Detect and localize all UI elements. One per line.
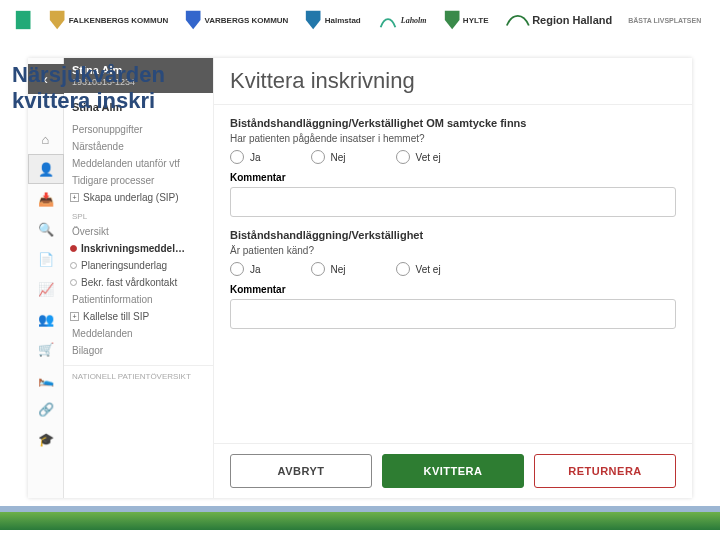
nav-npo[interactable]: NATIONELL PATIENTÖVERSIKT: [64, 365, 213, 383]
footer-decoration-green: [0, 512, 720, 530]
logo-falkenberg: FALKENBERGS KOMMUN: [42, 5, 174, 35]
nav-oversikt[interactable]: Översikt: [64, 223, 213, 240]
bed-icon[interactable]: 🛌: [28, 364, 64, 394]
icon-rail: ‹ ⌂ 👤 📥 🔍 📄 📈 👥 🛒 🛌 🔗 🎓: [28, 58, 64, 498]
logo-bar: FALKENBERGS KOMMUN VARBERGS KOMMUN Halms…: [0, 0, 720, 40]
confirm-button[interactable]: KVITTERA: [382, 454, 524, 488]
cart-icon[interactable]: 🛒: [28, 334, 64, 364]
nav-planering[interactable]: Planeringsunderlag: [64, 257, 213, 274]
chart-icon[interactable]: 📈: [28, 274, 64, 304]
logo-varberg: VARBERGS KOMMUN: [178, 5, 294, 35]
nav-patientinfo[interactable]: Patientinformation: [64, 291, 213, 308]
link-icon[interactable]: 🔗: [28, 394, 64, 424]
modal: Kvittera inskrivning Biståndshandläggnin…: [214, 58, 692, 498]
q1-no[interactable]: Nej: [311, 150, 346, 164]
logo-halmstad: Halmstad: [298, 5, 366, 35]
logo-livsplatsen: BÄSTA LIVSPLATSEN: [622, 5, 707, 35]
app-shell: ‹ ⌂ 👤 📥 🔍 📄 📈 👥 🛒 🛌 🔗 🎓 Stina Alm 193105…: [28, 58, 692, 498]
q1-yes[interactable]: Ja: [230, 150, 261, 164]
cancel-button[interactable]: AVBRYT: [230, 454, 372, 488]
label-spl: SPL: [64, 206, 213, 223]
grad-icon[interactable]: 🎓: [28, 424, 64, 454]
nav-narstaende[interactable]: Närstående: [64, 138, 213, 155]
search-icon[interactable]: 🔍: [28, 214, 64, 244]
nav-bilagor[interactable]: Bilagor: [64, 342, 213, 359]
q2-comment-input[interactable]: [230, 299, 676, 329]
footer-decoration-blue: [0, 506, 720, 512]
nav-meddelanden-utanfor[interactable]: Meddelanden utanför vtf: [64, 155, 213, 172]
q2-sub: Är patienten känd?: [230, 245, 676, 256]
q2-dk[interactable]: Vet ej: [396, 262, 441, 276]
q1-title: Biståndshandläggning/Verkställighet OM s…: [230, 117, 676, 129]
logo-region-halland: Region Halland: [499, 5, 619, 35]
person-icon[interactable]: 👤: [28, 154, 64, 184]
modal-form: Biståndshandläggning/Verkställighet OM s…: [214, 105, 692, 443]
nav-personuppgifter[interactable]: Personuppgifter: [64, 121, 213, 138]
nav-bekr[interactable]: Bekr. fast vårdkontakt: [64, 274, 213, 291]
people-icon[interactable]: 👥: [28, 304, 64, 334]
svg-rect-0: [16, 11, 31, 29]
inbox-icon[interactable]: 📥: [28, 184, 64, 214]
nav-meddelanden[interactable]: Meddelanden: [64, 325, 213, 342]
slide-title: Närsjukvården kvittera inskri: [12, 62, 165, 114]
logo-hylte: HYLTE: [437, 5, 495, 35]
q1-comment-label: Kommentar: [230, 172, 676, 183]
home-icon[interactable]: ⌂: [28, 124, 64, 154]
side-panel: Stina Alm 19310513-1234 Stina Alm Person…: [64, 58, 214, 498]
q1-comment-input[interactable]: [230, 187, 676, 217]
q2-title: Biståndshandläggning/Verkställighet: [230, 229, 676, 241]
modal-actions: AVBRYT KVITTERA RETURNERA: [214, 443, 692, 498]
q2-comment-label: Kommentar: [230, 284, 676, 295]
q1-dk[interactable]: Vet ej: [396, 150, 441, 164]
return-button[interactable]: RETURNERA: [534, 454, 676, 488]
nav-inskrivning[interactable]: Inskrivningsmeddel…: [64, 240, 213, 257]
q1-sub: Har patienten pågående insatser i hemmet…: [230, 133, 676, 144]
nav-tidigare[interactable]: Tidigare processer: [64, 172, 213, 189]
logo-laholm: Laholm: [371, 5, 433, 35]
logo-kungsbacka: [8, 5, 38, 35]
nav-kallelse[interactable]: +Kallelse till SIP: [64, 308, 213, 325]
modal-title: Kvittera inskrivning: [214, 58, 692, 105]
nav-skapa-underlag[interactable]: +Skapa underlag (SIP): [64, 189, 213, 206]
document-icon[interactable]: 📄: [28, 244, 64, 274]
q2-yes[interactable]: Ja: [230, 262, 261, 276]
q2-no[interactable]: Nej: [311, 262, 346, 276]
